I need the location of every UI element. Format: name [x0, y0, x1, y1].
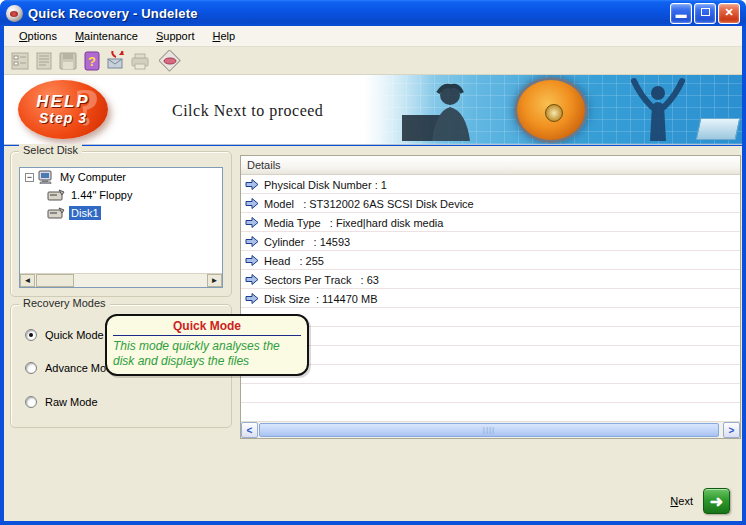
blue-arrow-icon: [245, 216, 259, 229]
drive-icon: [47, 207, 65, 219]
right-arrow-icon: ➜: [710, 492, 723, 511]
menu-support[interactable]: Support: [147, 27, 204, 45]
tree-scrollbar-thumb[interactable]: [36, 274, 74, 287]
tooltip-divider: [113, 335, 301, 336]
footer: Next ➜: [670, 488, 730, 514]
client-area: Select Disk − My Computer 1.44" Floppy D…: [4, 146, 742, 521]
blue-arrow-icon: [245, 273, 259, 286]
details-row-sectors[interactable]: Sectors Per Track : 63: [241, 270, 740, 289]
hard-disk-image: [514, 77, 588, 143]
help-step-logo: ? HELP Step 3: [18, 80, 108, 139]
menu-maintenance[interactable]: Maintenance: [66, 27, 147, 45]
menu-options[interactable]: Options: [10, 27, 66, 45]
details-row-head[interactable]: Head : 255: [241, 251, 740, 270]
banner-collage-image: [364, 75, 742, 144]
window-title: Quick Recovery - Undelete: [28, 6, 198, 21]
radio-button-icon[interactable]: [25, 362, 37, 374]
help-icon[interactable]: ?: [80, 49, 104, 73]
tree-item-floppy[interactable]: 1.44" Floppy: [20, 186, 222, 204]
close-button[interactable]: ✕: [718, 3, 740, 24]
options-icon[interactable]: [8, 49, 32, 73]
celebrating-person-image: [616, 77, 702, 143]
blue-arrow-icon: [245, 197, 259, 210]
selected-tree-label: Disk1: [69, 206, 101, 220]
minimize-icon: ▬: [676, 9, 687, 20]
print-icon[interactable]: [128, 49, 152, 73]
details-horizontal-scrollbar[interactable]: < |||| >: [241, 421, 740, 438]
exit-icon[interactable]: [158, 49, 182, 73]
tree-item-my-computer[interactable]: − My Computer: [20, 168, 222, 186]
report-icon[interactable]: [32, 49, 56, 73]
blue-arrow-icon: [245, 254, 259, 267]
recovery-modes-title: Recovery Modes: [19, 297, 110, 309]
svg-text:?: ?: [88, 54, 96, 69]
scroll-right-icon[interactable]: ►: [207, 274, 222, 287]
menu-help[interactable]: Help: [203, 27, 244, 45]
maximize-icon: [701, 8, 710, 16]
minimize-button[interactable]: ▬: [670, 3, 692, 24]
step-number-text: Step 3: [39, 110, 87, 126]
help-banner: ? HELP Step 3 Cilck Next to proceed: [4, 75, 742, 145]
blue-arrow-icon: [245, 178, 259, 191]
tooltip-body: This mode quickly analyses the disk and …: [113, 339, 301, 369]
tree-item-disk1[interactable]: Disk1: [20, 204, 222, 222]
disk-tree: − My Computer 1.44" Floppy Disk1 ◄ ►: [19, 167, 223, 288]
radio-label: Quick Mode: [45, 329, 104, 341]
radio-quick-mode[interactable]: Quick Mode: [25, 329, 104, 341]
tooltip-title: Quick Mode: [113, 319, 301, 333]
radio-label: Raw Mode: [45, 396, 98, 408]
stressed-person-image: [402, 81, 492, 143]
blue-arrow-icon: [245, 235, 259, 248]
computer-icon: [38, 170, 54, 184]
scroll-left-icon[interactable]: <: [241, 422, 258, 438]
details-row-media-type[interactable]: Media Type : Fixed|hard disk media: [241, 213, 740, 232]
toolbar: ?: [4, 47, 742, 75]
send-mail-icon[interactable]: [104, 49, 128, 73]
maximize-button[interactable]: [694, 3, 716, 24]
app-icon: [6, 5, 23, 22]
laptop-image: [696, 118, 741, 140]
radio-raw-mode[interactable]: Raw Mode: [25, 396, 98, 408]
save-icon[interactable]: [56, 49, 80, 73]
menu-bar: Options Maintenance Support Help: [4, 26, 742, 47]
close-icon: ✕: [724, 7, 733, 18]
details-row-disk-size[interactable]: Disk Size : 114470 MB: [241, 289, 740, 308]
details-panel: Details Physical Disk Number : 1 Model :…: [240, 155, 741, 439]
select-disk-title: Select Disk: [19, 144, 82, 156]
details-list: Physical Disk Number : 1 Model : ST31200…: [241, 175, 740, 421]
details-row-cylinder[interactable]: Cylinder : 14593: [241, 232, 740, 251]
next-button[interactable]: ➜: [703, 488, 730, 514]
blue-arrow-icon: [245, 292, 259, 305]
radio-button-icon[interactable]: [25, 396, 37, 408]
title-bar: Quick Recovery - Undelete ▬ ✕: [0, 0, 746, 26]
app-window: Quick Recovery - Undelete ▬ ✕ Options Ma…: [0, 0, 746, 525]
details-row-model[interactable]: Model : ST312002 6AS SCSI Disk Device: [241, 194, 740, 213]
radio-button-icon[interactable]: [25, 329, 37, 341]
scroll-right-icon[interactable]: >: [723, 422, 740, 438]
select-disk-group: Select Disk − My Computer 1.44" Floppy D…: [10, 151, 232, 297]
details-scrollbar-thumb[interactable]: ||||: [259, 423, 719, 437]
details-column-header[interactable]: Details: [241, 156, 740, 175]
drive-icon: [47, 189, 65, 201]
collapse-icon[interactable]: −: [25, 173, 34, 182]
tree-horizontal-scrollbar[interactable]: ◄ ►: [20, 273, 222, 287]
help-logo-text: HELP: [36, 93, 89, 111]
scroll-left-icon[interactable]: ◄: [20, 274, 35, 287]
details-row-physical-disk[interactable]: Physical Disk Number : 1: [241, 175, 740, 194]
banner-message: Cilck Next to proceed: [172, 102, 323, 120]
quick-mode-tooltip: Quick Mode This mode quickly analyses th…: [105, 314, 309, 376]
next-label[interactable]: Next: [670, 495, 693, 507]
